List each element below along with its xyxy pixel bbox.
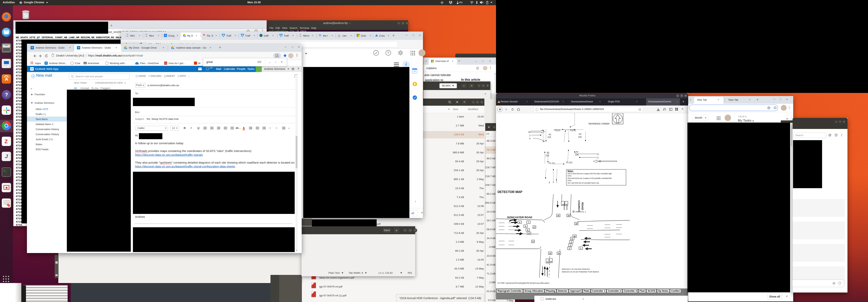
svg-text:5: 5 (597, 153, 599, 156)
svg-text:P1 (11): P1 (11) (566, 162, 572, 164)
svg-text:P4: P4 (576, 151, 578, 153)
svg-text:10: 10 (528, 232, 530, 234)
svg-text:(14): (14) (578, 136, 582, 138)
svg-text:1: 1 (580, 247, 582, 249)
svg-text:PEDESTAL 1: PEDESTAL 1 (576, 211, 586, 213)
svg-text:15: 15 (549, 252, 551, 255)
svg-text:11: 11 (546, 261, 549, 263)
svg-text:Notes:: Notes: (567, 170, 574, 172)
svg-text:SGs 5 and SG6 are 3-aspect (R/: SGs 5 and SG6 are 3-aspect (R/Y/G) fully… (567, 173, 612, 175)
svg-text:5: 5 (572, 238, 573, 240)
svg-text:2: 2 (569, 247, 570, 249)
svg-text:9: 9 (549, 181, 550, 184)
svg-text:(13): (13) (548, 136, 551, 138)
svg-text:ROAD: ROAD (581, 202, 584, 210)
svg-text:P3: P3 (547, 152, 549, 154)
svg-text:?: ? (387, 51, 389, 55)
svg-text:15: 15 (599, 160, 601, 162)
svg-text:17: 17 (532, 240, 534, 242)
svg-text:Detectors 1 & 6 are Bus Detect: Detectors 1 & 6 are Bus Detectors (562, 268, 590, 270)
svg-text:16: 16 (567, 214, 569, 216)
svg-text:turns.: turns. (567, 175, 572, 177)
svg-text:13: 13 (565, 203, 567, 205)
svg-text:P4: P4 (579, 133, 582, 135)
svg-text:15: 15 (558, 252, 560, 255)
svg-text:(14): (14) (575, 154, 579, 156)
svg-text:(13): (13) (546, 155, 549, 157)
svg-text:7: 7 (556, 181, 557, 183)
svg-text:CHURCH: CHURCH (578, 200, 581, 212)
svg-text:8: 8 (525, 225, 526, 227)
svg-text:3: 3 (553, 181, 554, 183)
svg-text:6: 6 (529, 138, 530, 140)
svg-text:SG7 and SG8 are for possible f: SG7 and SG8 are for possible future use. (567, 182, 599, 184)
svg-text:9: 9 (527, 229, 528, 231)
svg-text:16: 16 (557, 214, 559, 216)
svg-text:4: 4 (571, 241, 572, 243)
svg-text:6: 6 (519, 221, 520, 224)
svg-text:3: 3 (570, 244, 571, 246)
svg-text:DETECTOR MAP: DETECTOR MAP (498, 190, 522, 194)
svg-text:P2(12): P2(12) (570, 129, 576, 131)
svg-text:Detectors 15-18 are Pedestrian: Detectors 15-18 are Pedestrian Push Butt… (562, 271, 599, 273)
svg-text:DONCASTER ROAD: DONCASTER ROAD (507, 216, 532, 219)
svg-text:SG9 and SG10 are 2-aspect (Y/G: SG9 and SG10 are 2-aspect (Y/G) partiall… (567, 177, 612, 179)
svg-text:P1 (11): P1 (11) (549, 162, 555, 164)
svg-text:14: 14 (562, 203, 564, 205)
svg-text:2: 2 (529, 135, 530, 137)
svg-text:18: 18 (574, 235, 576, 237)
svg-text:12: 12 (550, 260, 552, 263)
svg-text:REFERENCE CORNER: REFERENCE CORNER (589, 123, 610, 125)
svg-text:18: 18 (575, 223, 577, 225)
svg-text:7: 7 (528, 221, 529, 224)
svg-text:turns.: turns. (567, 179, 572, 181)
svg-text:16: 16 (528, 131, 530, 133)
svg-text:1: 1 (597, 157, 599, 159)
svg-text:17: 17 (533, 226, 535, 228)
svg-text:P3: P3 (549, 134, 551, 136)
svg-text:P2(12): P2(12) (555, 129, 560, 131)
